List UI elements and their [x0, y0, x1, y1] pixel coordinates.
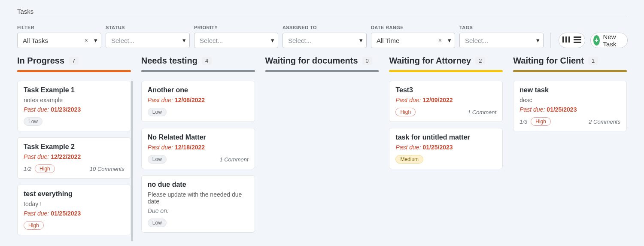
column-count-badge: 2 [475, 57, 485, 65]
comments-count[interactable]: 10 Comments [90, 166, 125, 172]
scrollbar[interactable] [131, 81, 133, 241]
date-range-value: All Time [377, 37, 399, 44]
comments-count[interactable]: 1 Comment [219, 156, 248, 163]
column-header: In Progress7 [17, 56, 131, 70]
priority-select[interactable]: Select... ▾ [194, 33, 278, 48]
svg-rect-4 [574, 39, 581, 40]
date-range-select[interactable]: All Time × ▾ [371, 33, 455, 48]
task-card[interactable]: Task Example 2Past due:12/22/20221/2High… [17, 137, 131, 179]
comments-count[interactable]: 1 Comment [468, 109, 496, 115]
chevron-down-icon: ▾ [359, 36, 363, 44]
clear-icon[interactable]: × [85, 37, 88, 44]
columns-view-icon[interactable] [562, 36, 570, 45]
column-header: Waiting for Attorney2 [389, 56, 503, 70]
chevron-down-icon: ▾ [271, 36, 274, 44]
card-title: new task [519, 86, 620, 94]
column-accent-bar [265, 70, 379, 72]
card-due-row: Past due:01/23/2023 [24, 106, 125, 113]
task-card[interactable]: task for untitled matterPast due:01/25/2… [389, 128, 503, 169]
priority-pill: Low [24, 117, 43, 126]
card-footer-left: Low [148, 219, 167, 227]
task-card[interactable]: test everythingtoday !Past due:01/25/202… [17, 185, 131, 235]
new-task-label: New Task [603, 33, 620, 48]
card-due-row: Past due:01/25/2023 [519, 106, 620, 113]
card-footer: Medium [395, 155, 496, 164]
card-footer-left: 1/2High [24, 164, 55, 173]
card-description: desc [519, 97, 620, 103]
past-due-label: Past due: [24, 106, 49, 113]
tags-select[interactable]: Select... ▾ [459, 33, 544, 48]
column-cards: Test3Past due:12/09/2022High1 Commenttas… [389, 81, 503, 175]
column-header: Needs testing4 [141, 56, 255, 70]
card-footer: Low [24, 117, 125, 126]
card-footer-left: High [395, 108, 416, 116]
card-title: No Related Matter [148, 134, 249, 141]
kanban-column: Needs testing4Another onePast due:12/08/… [141, 56, 255, 239]
column-title: Waiting for documents [265, 56, 358, 66]
due-date: 01/25/2023 [423, 144, 453, 151]
column-accent-bar [17, 70, 131, 72]
filter-label-assigned: ASSIGNED TO [283, 25, 367, 30]
priority-pill: Medium [395, 155, 423, 164]
filter-value: All Tasks [23, 37, 48, 44]
column-accent-bar [389, 70, 503, 72]
past-due-label: Past due: [148, 97, 173, 103]
card-footer-left: Low [24, 117, 43, 126]
past-due-label: Past due: [395, 97, 421, 103]
task-card[interactable]: no due datePlease update with the needed… [141, 175, 255, 233]
card-title: test everything [24, 190, 125, 198]
card-title: Test3 [395, 86, 496, 94]
card-footer: 1/3High2 Comments [519, 117, 620, 126]
svg-rect-1 [565, 36, 567, 43]
priority-pill: Low [148, 219, 167, 227]
card-footer: Low1 Comment [148, 155, 249, 164]
kanban-board: In Progress7Task Example 1notes exampleP… [17, 56, 627, 246]
priority-pill: High [531, 117, 551, 126]
kanban-column: Waiting for documents0 [265, 56, 379, 81]
past-due-label: Past due: [519, 106, 545, 113]
due-on-label: Due on: [148, 207, 169, 214]
card-description: notes example [24, 97, 125, 103]
past-due-label: Past due: [148, 144, 173, 151]
card-footer-left: 1/3High [519, 117, 551, 126]
filter-label-daterange: DATE RANGE [371, 25, 455, 30]
task-card[interactable]: new taskdescPast due:01/25/20231/3High2 … [513, 81, 627, 131]
card-footer: Low [148, 108, 249, 116]
comments-count[interactable]: 2 Comments [589, 118, 620, 125]
clear-icon[interactable]: × [438, 37, 442, 44]
filter-select[interactable]: All Tasks × ▾ [17, 33, 101, 48]
card-due-row: Past due:12/22/2022 [24, 153, 125, 160]
assigned-to-select[interactable]: Select... ▾ [283, 33, 367, 48]
column-title: Needs testing [141, 56, 197, 66]
card-footer: 1/2High10 Comments [24, 164, 125, 173]
svg-rect-0 [562, 36, 564, 43]
task-card[interactable]: No Related MatterPast due:12/18/2022Low1… [141, 128, 255, 169]
due-date: 01/23/2023 [51, 106, 81, 113]
page-title: Tasks [17, 4, 627, 17]
view-toggle[interactable] [559, 33, 585, 48]
priority-pill: High [395, 108, 416, 116]
priority-pill: Low [148, 155, 167, 164]
task-card[interactable]: Task Example 1notes examplePast due:01/2… [17, 81, 131, 131]
card-due-row: Past due:12/08/2022 [148, 97, 249, 103]
list-view-icon[interactable] [574, 36, 581, 45]
card-title: Task Example 2 [24, 143, 125, 151]
column-title: Waiting for Client [513, 56, 584, 66]
status-select[interactable]: Select... ▾ [106, 33, 190, 48]
column-cards: Task Example 1notes examplePast due:01/2… [17, 81, 131, 241]
task-card[interactable]: Another onePast due:12/08/2022Low [141, 81, 255, 122]
card-due-row: Past due:01/25/2023 [24, 210, 125, 217]
kanban-column: In Progress7Task Example 1notes exampleP… [17, 56, 131, 241]
due-date: 01/25/2023 [547, 106, 577, 113]
column-count-badge: 7 [69, 57, 79, 65]
due-date: 12/09/2022 [423, 97, 453, 103]
task-card[interactable]: Test3Past due:12/09/2022High1 Comment [389, 81, 503, 122]
column-cards: Another onePast due:12/08/2022LowNo Rela… [141, 81, 255, 239]
card-due-row: Past due:12/18/2022 [148, 144, 249, 151]
card-footer-left: Low [148, 108, 167, 116]
column-header: Waiting for documents0 [265, 56, 379, 70]
card-footer-left: High [24, 221, 44, 230]
new-task-button[interactable]: + New Task [590, 33, 628, 48]
card-progress: 1/2 [24, 166, 31, 172]
past-due-label: Past due: [24, 153, 49, 160]
